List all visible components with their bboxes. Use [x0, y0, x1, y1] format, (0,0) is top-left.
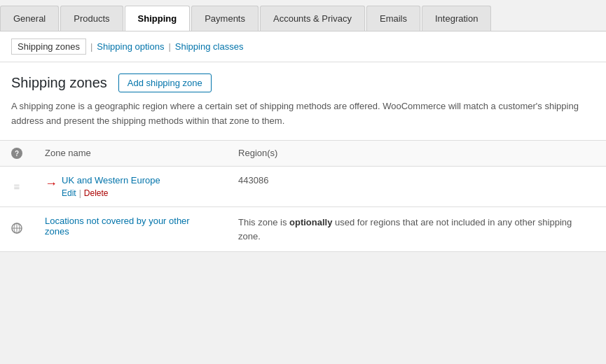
subnav-shipping-options[interactable]: Shipping options — [97, 41, 164, 52]
zone-name-cell-2: Locations not covered by your other zone… — [34, 207, 227, 252]
subnav-shipping-classes[interactable]: Shipping classes — [175, 41, 244, 52]
table-row: ≡ → UK and Western Europe Edit | — [0, 167, 606, 207]
region-value-uk: 443086 — [238, 175, 268, 186]
top-nav: General Products Shipping Payments Accou… — [0, 0, 606, 31]
sub-nav: Shipping zones | Shipping options | Ship… — [0, 31, 606, 62]
drag-handle-cell: ≡ — [0, 167, 34, 207]
zone-link-uk[interactable]: UK and Western Europe — [62, 175, 160, 186]
tab-payments[interactable]: Payments — [191, 6, 259, 31]
help-icon[interactable]: ? — [11, 148, 22, 159]
subnav-separator-1: | — [90, 41, 92, 52]
drag-handle-icon[interactable]: ≡ — [14, 181, 20, 192]
not-covered-description: This zone is optionally used for regions… — [238, 216, 595, 243]
table-row: Locations not covered by your other zone… — [0, 207, 606, 252]
region-cell-not-covered: This zone is optionally used for regions… — [227, 207, 606, 252]
tab-products[interactable]: Products — [60, 6, 123, 31]
page-description: A shipping zone is a geographic region w… — [0, 99, 606, 140]
zone-link-not-covered[interactable]: Locations not covered by your other zone… — [45, 216, 190, 237]
page-title: Shipping zones — [11, 75, 107, 91]
zone-name-group: UK and Western Europe Edit | Delete — [62, 175, 160, 198]
page-header: Shipping zones Add shipping zone — [0, 62, 606, 99]
tab-accounts-privacy[interactable]: Accounts & Privacy — [260, 6, 365, 31]
main-content: Shipping zones | Shipping options | Ship… — [0, 31, 606, 252]
tab-general[interactable]: General — [0, 6, 59, 31]
edit-uk-link[interactable]: Edit — [62, 188, 76, 198]
red-arrow-icon: → — [45, 176, 57, 191]
row-actions-uk: Edit | Delete — [62, 188, 160, 198]
delete-uk-link[interactable]: Delete — [84, 188, 109, 198]
region-cell-uk: 443086 — [227, 167, 606, 207]
col-icon: ? — [0, 140, 34, 167]
table-header: ? Zone name Region(s) — [0, 140, 606, 167]
add-shipping-zone-button[interactable]: Add shipping zone — [118, 74, 212, 92]
globe-cell — [0, 207, 34, 252]
subnav-separator-2: | — [168, 41, 170, 52]
zone-name-cell-1: → UK and Western Europe Edit | Delete — [34, 167, 227, 207]
subnav-shipping-zones[interactable]: Shipping zones — [11, 38, 86, 55]
tab-integration[interactable]: Integration — [422, 6, 491, 31]
zones-table: ? Zone name Region(s) ≡ → — [0, 140, 606, 253]
table-body: ≡ → UK and Western Europe Edit | — [0, 167, 606, 252]
tab-shipping[interactable]: Shipping — [125, 6, 191, 31]
tab-emails[interactable]: Emails — [366, 6, 420, 31]
col-regions: Region(s) — [227, 140, 606, 167]
globe-icon — [11, 223, 22, 234]
col-zone-name: Zone name — [34, 140, 227, 167]
action-sep: | — [79, 188, 81, 198]
